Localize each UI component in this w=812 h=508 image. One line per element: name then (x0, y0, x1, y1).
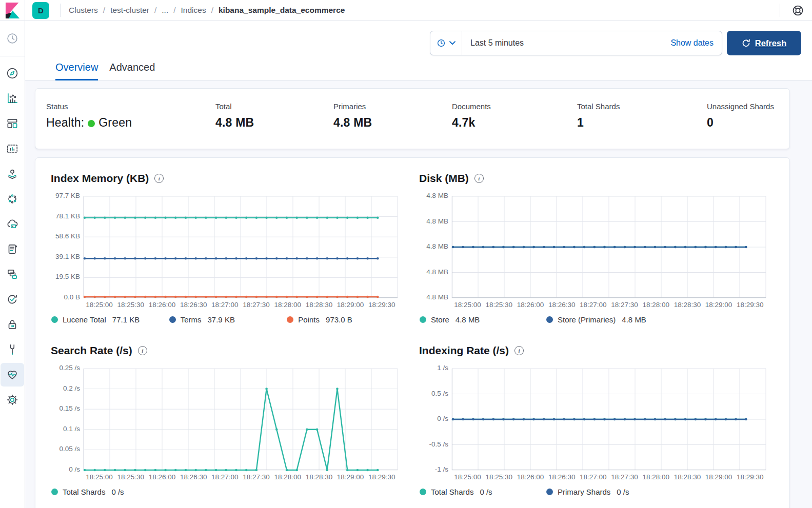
summary-primaries: Primaries 4.8 MB (333, 102, 372, 130)
legend-dot (420, 489, 426, 495)
sidebar-item-recently-viewed[interactable] (0, 32, 25, 45)
sidebar-item-cloud-data[interactable] (0, 211, 25, 236)
x-tick-label: 18:29:00 (703, 473, 735, 481)
summary-label: Status (46, 102, 132, 111)
x-tick-label: 18:29:30 (735, 473, 766, 481)
sidebar-item-machine-learning[interactable] (0, 186, 25, 211)
sidebar-item-visualize[interactable] (0, 86, 25, 111)
chart-plot[interactable] (452, 196, 766, 298)
chart-plot[interactable] (84, 196, 398, 298)
breadcrumb-separator: / (173, 6, 175, 15)
summary-label: Total Shards (577, 102, 620, 111)
x-tick-label: 18:27:00 (578, 301, 609, 309)
x-tick-label: 18:28:30 (303, 301, 334, 309)
y-tick-label: 4.8 MB (426, 217, 448, 225)
chart-legend: Total Shards0 /s (51, 487, 405, 496)
y-tick-label: 0 /s (437, 415, 448, 422)
kibana-logo-icon (5, 2, 20, 19)
legend-item[interactable]: Total Shards0 /s (51, 487, 178, 496)
uptime-icon (6, 293, 19, 306)
legend-item[interactable]: Primary Shards0 /s (546, 487, 673, 496)
chart-plot[interactable] (452, 369, 766, 470)
sidebar-item-stack-monitoring[interactable] (1, 363, 24, 387)
legend-dot (420, 316, 426, 323)
x-tick-label: 18:25:30 (483, 301, 514, 309)
index-summary-panel: Status Health:Green Total 4.8 MB Primari… (35, 88, 790, 149)
y-tick-label: -0.5 /s (429, 440, 448, 448)
legend-item[interactable]: Total Shards0 /s (420, 487, 546, 496)
fleet-layers-icon (6, 268, 19, 281)
breadcrumb-collapsed[interactable]: ... (162, 6, 168, 15)
x-tick-label: 18:26:00 (514, 301, 546, 309)
time-range-value[interactable]: Last 5 minutes (462, 38, 670, 48)
tab-overview[interactable]: Overview (55, 62, 98, 80)
breadcrumb-separator: / (103, 6, 105, 15)
top-navigation-bar: D Clusters / test-cluster / ... / Indice… (0, 0, 812, 21)
sidebar-item-dev-tools[interactable] (0, 337, 25, 362)
health-status-dot (88, 120, 95, 127)
sidebar-item-uptime[interactable] (0, 287, 25, 312)
sidebar-item-dashboard[interactable] (0, 111, 25, 136)
legend-item[interactable]: Store (Primaries)4.8 MB (546, 315, 673, 324)
legend-item[interactable]: Lucene Total77.1 KB (51, 315, 169, 324)
breadcrumb-cluster-name[interactable]: test-cluster (110, 6, 149, 15)
x-tick-label: 18:29:00 (703, 301, 735, 309)
sidebar-item-fleet[interactable] (0, 261, 25, 287)
legend-dot (51, 316, 58, 323)
index-tabs: Overview Advanced (55, 62, 155, 80)
sidebar-item-logs[interactable] (0, 236, 25, 261)
info-icon[interactable]: i (514, 346, 524, 355)
y-tick-label: 0.25 /s (59, 364, 80, 372)
legend-dot (287, 316, 293, 323)
legend-item[interactable]: Terms37.9 KB (169, 315, 287, 324)
sidebar-item-management[interactable] (0, 387, 25, 412)
chart-plot[interactable] (84, 369, 398, 470)
sidebar-item-discover[interactable] (0, 60, 25, 86)
life-ring-icon (791, 4, 804, 17)
legend-series-name: Total Shards (431, 487, 473, 496)
info-icon[interactable]: i (154, 174, 164, 183)
chart-index-memory: Index Memory (KB) i 97.7 KB78.1 KB58.6 K… (51, 172, 405, 324)
legend-item[interactable]: Store4.8 MB (420, 315, 546, 324)
sidebar-item-canvas[interactable] (0, 136, 25, 161)
summary-documents: Documents 4.7k (452, 102, 491, 130)
refresh-button[interactable]: Refresh (727, 31, 801, 55)
kibana-logo[interactable] (0, 0, 25, 21)
legend-dot (51, 489, 58, 495)
breadcrumb-clusters[interactable]: Clusters (69, 6, 98, 15)
x-tick-label: 18:27:30 (241, 301, 272, 309)
show-dates-link[interactable]: Show dates (670, 38, 722, 48)
legend-series-name: Terms (181, 315, 202, 324)
space-badge[interactable]: D (32, 2, 49, 19)
x-axis-labels: 18:25:0018:25:3018:26:0018:26:3018:27:00… (84, 473, 398, 481)
y-axis-labels: 1 /s0.5 /s0 /s-0.5 /s-1 /s (419, 369, 452, 470)
summary-total-shards: Total Shards 1 (577, 102, 620, 130)
clock-icon (6, 32, 19, 45)
chevron-down-icon (449, 41, 455, 45)
help-menu-button[interactable] (791, 4, 804, 17)
summary-value: 4.7k (452, 116, 491, 130)
y-tick-label: 4.8 MB (426, 268, 448, 276)
tab-advanced[interactable]: Advanced (109, 62, 155, 80)
x-tick-label: 18:25:30 (483, 473, 514, 481)
legend-series-name: Store (431, 315, 449, 324)
quick-time-menu-button[interactable] (430, 31, 462, 55)
chart-title: Disk (MB) (419, 172, 469, 185)
info-icon[interactable]: i (138, 346, 147, 355)
logs-scroll-icon (6, 242, 19, 256)
y-tick-label: 0 /s (69, 465, 80, 473)
x-tick-label: 18:28:00 (640, 473, 671, 481)
x-tick-label: 18:25:00 (452, 473, 483, 481)
y-tick-label: 0.5 /s (431, 390, 448, 397)
summary-label: Primaries (333, 102, 372, 111)
breadcrumb-indices[interactable]: Indices (181, 6, 206, 15)
legend-item[interactable]: Points973.0 B (287, 315, 405, 324)
sidebar-item-maps[interactable] (0, 161, 25, 186)
summary-value: 4.8 MB (333, 116, 372, 130)
legend-series-value: 973.0 B (326, 315, 352, 324)
info-icon[interactable]: i (474, 174, 484, 183)
x-tick-label: 18:27:00 (209, 473, 241, 481)
wrench-icon (6, 343, 19, 356)
summary-value: 1 (577, 116, 620, 130)
sidebar-item-security[interactable] (0, 312, 25, 337)
